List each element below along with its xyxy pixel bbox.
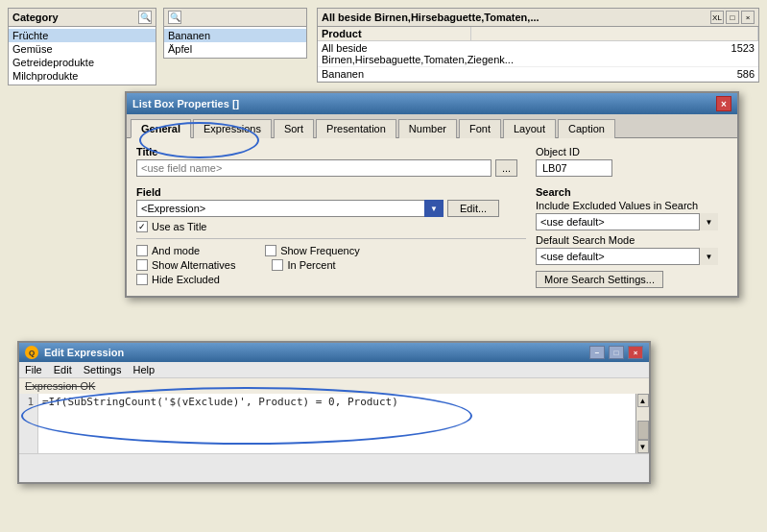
expr-menu-file[interactable]: File xyxy=(25,363,42,376)
include-excluded-select[interactable]: <use default> xyxy=(536,213,718,230)
close-icon[interactable]: × xyxy=(741,11,755,24)
and-mode-checkbox[interactable] xyxy=(136,245,148,256)
expr-editor-area: 1 =If(SubStringCount('$(vExclude)', Prod… xyxy=(19,394,649,453)
main-panel-icons: XL □ × xyxy=(710,11,755,24)
use-as-title-checkbox[interactable] xyxy=(136,221,148,232)
dialog-content: Title ... Object ID Field xyxy=(127,138,737,296)
tab-general[interactable]: General xyxy=(131,119,191,138)
show-alternatives-label: Show Alternatives xyxy=(152,259,235,271)
maximize-icon[interactable]: □ xyxy=(726,11,739,24)
category-search-icon[interactable]: 🔍 xyxy=(138,11,152,24)
use-as-title-label: Use as Title xyxy=(152,221,206,232)
hide-excluded-row: Hide Excluded xyxy=(136,274,526,285)
dropdown-header: 🔍 xyxy=(164,9,306,27)
scrollbar-thumb[interactable] xyxy=(637,421,649,440)
default-mode-label: Default Search Mode xyxy=(536,234,728,246)
show-freq-checkbox[interactable] xyxy=(265,245,276,256)
category-panel-header: Category 🔍 xyxy=(9,9,156,27)
category-panel: Category 🔍 Früchte Gemüse Getreideproduk… xyxy=(8,8,156,85)
list-item[interactable]: Gemüse xyxy=(9,42,156,56)
and-mode-label: And mode xyxy=(152,245,200,256)
expression-editor[interactable]: =If(SubStringCount('$(vExclude)', Produc… xyxy=(38,394,635,453)
main-panel-header: All beside Birnen,Hirsebaguette,Tomaten,… xyxy=(318,9,758,27)
qlik-logo: Q xyxy=(25,346,38,359)
edit-expr-titlebar: Q Edit Expression − □ × xyxy=(19,343,649,362)
category-list: Früchte Gemüse Getreideprodukte Milchpro… xyxy=(9,27,156,85)
edit-expr-title: Edit Expression xyxy=(44,347,124,358)
object-id-input[interactable] xyxy=(536,159,612,177)
list-item[interactable]: Milchprodukte xyxy=(9,69,156,83)
expr-status: Expression OK xyxy=(19,378,649,394)
vertical-scrollbar[interactable]: ▲ ▼ xyxy=(635,394,649,453)
hide-excluded-label: Hide Excluded xyxy=(152,274,220,285)
listbox-dialog: List Box Properties [] × General Express… xyxy=(125,91,739,298)
expr-controls: − □ × xyxy=(589,346,643,359)
scrollbar-down-btn[interactable]: ▼ xyxy=(637,440,649,453)
value-cell: 586 xyxy=(471,67,758,81)
tab-expressions[interactable]: Expressions xyxy=(193,119,272,138)
expr-title-left: Q Edit Expression xyxy=(25,346,124,359)
tab-sort[interactable]: Sort xyxy=(274,119,314,138)
col-product-header: Product xyxy=(318,27,471,40)
line-numbers: 1 xyxy=(19,394,38,453)
expr-minimize-btn[interactable]: − xyxy=(589,346,605,359)
listbox-dialog-titlebar: List Box Properties [] × xyxy=(127,93,737,114)
expr-close-btn[interactable]: × xyxy=(628,346,643,359)
dropdown-item[interactable]: Äpfel xyxy=(164,42,306,56)
field-section-label: Field xyxy=(136,186,526,198)
tab-font[interactable]: Font xyxy=(459,119,501,138)
dropdown-panel: 🔍 Bananen Äpfel xyxy=(163,8,307,59)
tab-presentation[interactable]: Presentation xyxy=(316,119,396,138)
default-mode-dropdown: <use default> ▼ xyxy=(536,248,718,265)
listbox-dialog-close[interactable]: × xyxy=(716,96,731,111)
tab-layout[interactable]: Layout xyxy=(503,119,556,138)
show-alternatives-row: Show Alternatives In Percent xyxy=(136,259,526,271)
main-panel-title: All beside Birnen,Hirsebaguette,Tomaten,… xyxy=(322,12,539,23)
table-header: Product xyxy=(318,27,758,41)
show-alternatives-checkbox[interactable] xyxy=(136,259,148,271)
expr-bottom-area xyxy=(19,453,649,482)
tab-number[interactable]: Number xyxy=(398,119,457,138)
title-input[interactable] xyxy=(136,159,491,177)
scrollbar-up-btn[interactable]: ▲ xyxy=(637,394,649,407)
col-value-header xyxy=(471,27,758,40)
field-select[interactable]: <Expression> xyxy=(136,200,443,217)
expr-menu-settings[interactable]: Settings xyxy=(84,363,122,376)
dropdown-list: Bananen Äpfel xyxy=(164,27,306,58)
background: Category 🔍 Früchte Gemüse Getreideproduk… xyxy=(0,0,767,532)
expr-restore-btn[interactable]: □ xyxy=(609,346,624,359)
and-mode-row: And mode Show Frequency xyxy=(136,245,526,256)
table-row[interactable]: All beside Birnen,Hirsebaguette,Tomaten,… xyxy=(318,41,758,67)
table-row[interactable]: Bananen 586 xyxy=(318,67,758,82)
title-dots-btn[interactable]: ... xyxy=(495,159,517,177)
category-panel-title: Category xyxy=(12,12,59,23)
default-mode-select[interactable]: <use default> xyxy=(536,248,718,265)
in-percent-checkbox[interactable] xyxy=(272,259,283,271)
edit-btn[interactable]: Edit... xyxy=(447,200,499,217)
product-cell: Bananen xyxy=(318,67,471,81)
include-excluded-dropdown: <use default> ▼ xyxy=(536,213,718,230)
tab-caption[interactable]: Caption xyxy=(558,119,615,138)
in-percent-label: In Percent xyxy=(287,259,335,271)
tabs-row: General Expressions Sort Presentation Nu… xyxy=(127,114,737,138)
expr-menu-edit[interactable]: Edit xyxy=(54,363,72,376)
dropdown-item[interactable]: Bananen xyxy=(164,29,306,42)
list-item[interactable]: Früchte xyxy=(9,29,156,42)
edit-expression-dialog: Q Edit Expression − □ × File Edit Settin… xyxy=(17,341,651,484)
list-item[interactable]: Getreideprodukte xyxy=(9,56,156,69)
line-number: 1 xyxy=(23,396,34,408)
listbox-dialog-title: List Box Properties [] xyxy=(132,98,239,109)
hide-excluded-checkbox[interactable] xyxy=(136,274,148,285)
title-section-label: Title xyxy=(136,146,526,157)
more-search-btn[interactable]: More Search Settings... xyxy=(536,271,663,288)
main-panel: All beside Birnen,Hirsebaguette,Tomaten,… xyxy=(317,8,759,83)
xl-icon[interactable]: XL xyxy=(710,11,724,24)
use-as-title-row: Use as Title xyxy=(136,221,526,232)
include-excluded-label: Include Excluded Values in Search xyxy=(536,200,728,211)
value-cell: 1523 xyxy=(471,41,758,66)
expr-menu-help[interactable]: Help xyxy=(132,363,155,376)
object-id-label: Object ID xyxy=(536,146,580,157)
show-freq-label: Show Frequency xyxy=(280,245,360,256)
field-select-wrapper: <Expression> ▼ xyxy=(136,200,443,217)
dropdown-search-icon[interactable]: 🔍 xyxy=(168,11,181,24)
